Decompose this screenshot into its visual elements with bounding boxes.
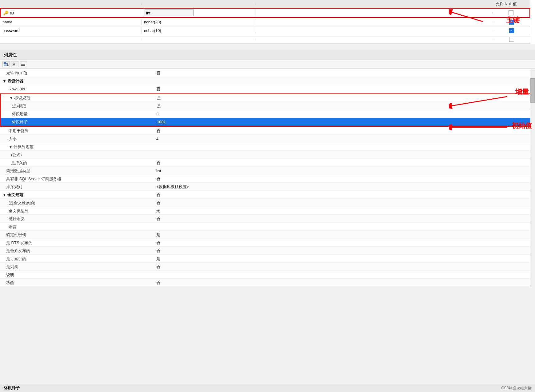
- prop-identity-increment-name: 标识增量: [1, 110, 154, 118]
- password-null-checkbox[interactable]: [509, 28, 514, 33]
- sort-asc-btn[interactable]: [2, 61, 10, 67]
- properties-menu-btn[interactable]: [20, 61, 27, 67]
- prop-fulltext-type-col[interactable]: 全文类型列 无: [0, 207, 535, 215]
- chu-shi-zhi-annotation: 初始值: [449, 118, 510, 137]
- prop-is-col-set[interactable]: 是列集 否: [0, 263, 535, 271]
- key-icon: 🔑: [3, 10, 8, 15]
- prop-non-sql-sub-value: 否: [154, 175, 535, 183]
- bottom-bar: 标识种子 CSDN @龙嵫大佬: [0, 384, 535, 392]
- prop-formula-value: [154, 154, 535, 156]
- empty-null-checkbox[interactable]: [509, 37, 514, 42]
- prop-is-col-set-value: 否: [154, 263, 535, 271]
- prop-condensed-type[interactable]: 简洁数据类型 int: [0, 167, 535, 175]
- svg-rect-2: [4, 62, 6, 63]
- prop-is-dts[interactable]: 是 DTS 发布的 否: [0, 239, 535, 247]
- prop-is-col-set-name: 是列集: [0, 263, 154, 271]
- bottom-brand: CSDN @龙嵫大佬: [501, 386, 531, 391]
- id-row[interactable]: 🔑 ID: [0, 8, 530, 18]
- prop-det-key-value: 是: [154, 231, 535, 239]
- name-field-type: nchar(20): [142, 19, 255, 25]
- prop-non-sql-sub-name: 具有非 SQL Server 订阅服务器: [0, 175, 154, 183]
- svg-rect-8: [21, 64, 25, 65]
- prop-det-key-name: 确定性密钥: [0, 231, 154, 239]
- prop-computed-col-name: ▼ 计算列规范: [0, 143, 154, 151]
- prop-language-name: 语言: [0, 223, 154, 231]
- svg-marker-6: [7, 65, 9, 66]
- col-name-header: [0, 3, 142, 5]
- svg-line-11: [452, 97, 507, 106]
- prop-is-dts-name: 是 DTS 发布的: [0, 239, 154, 247]
- id-extra-cell: [256, 12, 493, 14]
- sort-by-name-btn[interactable]: A↓: [11, 61, 18, 67]
- prop-identity-spec-name: ▼ 标识规范: [1, 94, 154, 102]
- prop-is-indexable-name: 是可索引的: [0, 255, 154, 263]
- prop-rowguid-name: RowGuid: [0, 86, 154, 92]
- prop-not-for-replication-name: 不用于复制: [0, 127, 154, 135]
- svg-rect-9: [21, 65, 25, 66]
- prop-is-persisted[interactable]: 是持久的 否: [0, 159, 535, 167]
- prop-table-designer-name: ▼ 表设计器: [0, 77, 154, 85]
- prop-is-indexable-value: 是: [154, 255, 535, 263]
- zeng-liang-arrow-svg: [449, 87, 510, 118]
- prop-formula-name: (公式): [0, 151, 154, 159]
- prop-stat-semantics-value: 否: [154, 215, 535, 223]
- prop-is-dts-value: 否: [154, 239, 535, 247]
- prop-is-persisted-value: 否: [154, 159, 535, 167]
- prop-allow-null[interactable]: 允许 Null 值 否: [0, 69, 535, 77]
- prop-language-value: [154, 226, 535, 228]
- prop-is-merge-pub-name: 是合并发布的: [0, 247, 154, 255]
- id-type-cell[interactable]: [142, 9, 256, 17]
- prop-computed-col-cat[interactable]: ▼ 计算列规范: [0, 143, 535, 151]
- prop-is-persisted-name: 是持久的: [0, 159, 154, 167]
- section-divider: [0, 44, 535, 50]
- prop-sparse-name: 稀疏: [0, 279, 154, 287]
- prop-collation[interactable]: 排序规则 <数据库默认设置>: [0, 183, 535, 191]
- zeng-liang-annotation: 增量: [449, 87, 510, 119]
- id-name-cell: 🔑 ID: [1, 10, 142, 16]
- prop-fulltext-type-col-value: 无: [154, 207, 535, 215]
- prop-is-merge-pub-value: 否: [154, 247, 535, 255]
- prop-is-identity-name: (是标识): [1, 102, 154, 110]
- prop-identity-seed-name: 标识种子: [1, 118, 154, 126]
- empty-row: [0, 35, 530, 44]
- prop-is-fulltext-name: (是全文检索的): [0, 199, 154, 207]
- prop-fulltext-type-col-name: 全文类型列: [0, 207, 154, 215]
- prop-condensed-type-value: int: [154, 168, 535, 174]
- prop-is-fulltext-value: 否: [154, 199, 535, 207]
- prop-is-indexable[interactable]: 是可索引的 是: [0, 255, 535, 263]
- properties-title: 列属性: [0, 50, 535, 60]
- scrollbar[interactable]: [530, 69, 535, 287]
- properties-section: 列属性 A↓: [0, 50, 535, 287]
- prop-fulltext-cat-name: ▼ 全文规范: [0, 191, 154, 199]
- prop-description[interactable]: 说明: [0, 271, 535, 279]
- prop-condensed-type-name: 简洁数据类型: [0, 167, 154, 175]
- prop-stat-semantics-name: 统计语义: [0, 215, 154, 223]
- chu-shi-zhi-arrow-svg: [449, 118, 510, 137]
- name-field-name: name: [0, 19, 142, 25]
- prop-collation-name: 排序规则: [0, 183, 154, 191]
- id-null-cell: [493, 10, 529, 16]
- prop-language[interactable]: 语言: [0, 223, 535, 231]
- prop-deterministic-key[interactable]: 确定性密钥 是: [0, 231, 535, 239]
- id-null-checkbox[interactable]: [509, 10, 513, 15]
- prop-formula[interactable]: (公式): [0, 151, 535, 159]
- prop-allow-null-name: 允许 Null 值: [0, 69, 154, 77]
- prop-fulltext-cat[interactable]: ▼ 全文规范 否: [0, 191, 535, 199]
- prop-sparse-value: 否: [154, 279, 535, 287]
- prop-collation-value: <数据库默认设置>: [154, 183, 535, 191]
- prop-sparse[interactable]: 稀疏 否: [0, 279, 535, 287]
- prop-size-name: 大小: [0, 135, 154, 143]
- prop-description-value: [154, 274, 535, 276]
- id-type-input[interactable]: [145, 10, 194, 16]
- prop-table-designer-cat[interactable]: ▼ 表设计器: [0, 77, 535, 85]
- bottom-status: 标识种子: [4, 385, 20, 391]
- prop-is-merge-pub[interactable]: 是合并发布的 否: [0, 247, 535, 255]
- prop-table-designer-value: [154, 80, 535, 82]
- col-type-header: [142, 3, 255, 5]
- prop-is-fulltext[interactable]: (是全文检索的) 否: [0, 199, 535, 207]
- scroll-thumb[interactable]: [530, 78, 535, 103]
- chu-shi-zhi-label: 初始值: [512, 121, 532, 130]
- prop-non-sql-sub[interactable]: 具有非 SQL Server 订阅服务器 否: [0, 175, 535, 183]
- password-null-cell: [493, 27, 530, 34]
- prop-stat-semantics[interactable]: 统计语义 否: [0, 215, 535, 223]
